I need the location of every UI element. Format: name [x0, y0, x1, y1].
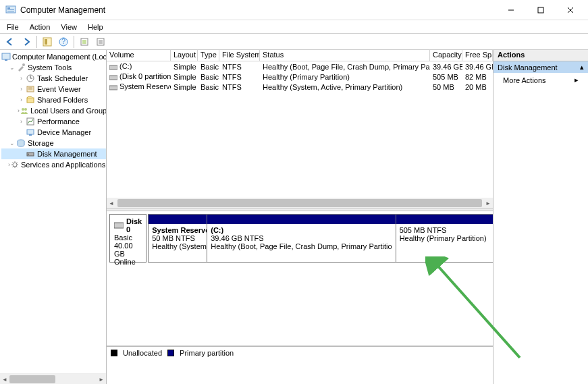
svg-rect-37 [109, 76, 117, 80]
tree-label: Computer Management (Local [12, 53, 106, 61]
disk-state: Online [114, 258, 142, 266]
expander-icon[interactable]: › [18, 118, 25, 126]
refresh-button[interactable] [77, 34, 92, 49]
toolbar-separator [36, 36, 37, 48]
volume-row[interactable]: (C:) Simple Basic NTFS Healthy (Boot, Pa… [107, 61, 493, 72]
expander-icon[interactable]: ⌄ [8, 64, 16, 72]
volume-type: Basic [198, 63, 219, 71]
actions-section[interactable]: Disk Management ▴ [493, 61, 588, 73]
scroll-left-icon[interactable]: ◄ [107, 198, 116, 209]
volume-free: 82 MB [462, 73, 493, 81]
disk-size: 40.00 GB [114, 242, 142, 258]
partition-box[interactable]: (C:) 39.46 GB NTFS Healthy (Boot, Page F… [207, 214, 396, 263]
svg-rect-5 [538, 7, 543, 13]
scroll-left-icon[interactable]: ◄ [0, 374, 9, 384]
volume-list[interactable]: (C:) Simple Basic NTFS Healthy (Boot, Pa… [107, 61, 493, 209]
submenu-icon: ▸ [574, 76, 579, 84]
col-status[interactable]: Status [260, 50, 430, 61]
tree-task-scheduler[interactable]: › Task Scheduler [1, 73, 106, 84]
collapse-icon: ▴ [580, 63, 584, 72]
col-volume[interactable]: Volume [107, 50, 171, 61]
menu-file[interactable]: File [1, 22, 24, 32]
col-free-space[interactable]: Free Spac [462, 50, 493, 61]
tree-root[interactable]: Computer Management (Local [1, 51, 106, 62]
partition-size: 50 MB NTFS [152, 234, 203, 242]
svg-rect-38 [109, 86, 117, 90]
scrollbar-thumb[interactable] [117, 199, 482, 207]
tree-horizontal-scrollbar[interactable]: ◄ ► [0, 373, 106, 384]
nav-back-button[interactable] [3, 34, 18, 49]
tree-device-manager[interactable]: Device Manager [1, 127, 106, 138]
tree-performance[interactable]: › Performance [1, 116, 106, 127]
tree-disk-management[interactable]: Disk Management [1, 148, 106, 159]
menu-help[interactable]: Help [82, 22, 109, 32]
expander-icon[interactable]: ⌄ [8, 140, 16, 147]
toolbar: ? [0, 34, 588, 50]
partition-name: System Reserved [152, 226, 203, 234]
tree-services-apps[interactable]: › Services and Applications [1, 159, 106, 170]
volume-fs: NTFS [219, 73, 260, 81]
volume-name: (C:) [119, 62, 132, 70]
volume-row[interactable]: System Reserved Simple Basic NTFS Health… [107, 82, 493, 92]
partition-size: 39.46 GB NTFS [211, 234, 392, 242]
expander-icon[interactable]: › [18, 75, 25, 82]
partition-status: Healthy (Primary Partition) [400, 234, 493, 242]
legend: Unallocated Primary partition [107, 346, 493, 358]
titlebar: Computer Management [0, 0, 588, 20]
show-hide-tree-button[interactable] [40, 34, 55, 49]
tree-pane: Computer Management (Local ⌄ System Tool… [0, 50, 107, 384]
menu-view[interactable]: View [55, 22, 82, 32]
svg-rect-2 [7, 9, 14, 10]
maximize-button[interactable] [526, 1, 556, 20]
expander-icon[interactable]: › [18, 86, 25, 93]
volume-row[interactable]: (Disk 0 partition 3) Simple Basic NTFS H… [107, 72, 493, 82]
svg-rect-17 [2, 53, 10, 59]
properties-button[interactable] [93, 34, 108, 49]
svg-rect-30 [27, 130, 34, 134]
window-title: Computer Management [20, 5, 496, 15]
console-tree[interactable]: Computer Management (Local ⌄ System Tool… [0, 50, 106, 373]
volume-free: 20 MB [462, 83, 493, 91]
col-capacity[interactable]: Capacity [430, 50, 462, 61]
help-button[interactable]: ? [56, 34, 71, 49]
scroll-right-icon[interactable]: ► [97, 374, 106, 384]
expander-icon[interactable]: › [18, 97, 25, 104]
tree-label: Event Viewer [37, 85, 81, 93]
partition-stripe [396, 215, 493, 224]
menu-action[interactable]: Action [24, 22, 56, 32]
volume-horizontal-scrollbar[interactable]: ◄ ► [107, 198, 493, 209]
actions-more[interactable]: More Actions ▸ [493, 73, 588, 87]
device-manager-icon [25, 127, 36, 138]
partition-status: Healthy (Boot, Page File, Crash Dump, Pr… [211, 242, 392, 250]
tree-storage[interactable]: ⌄ Storage [1, 138, 106, 148]
disk-label-box[interactable]: Disk 0 Basic 40.00 GB Online [109, 214, 146, 263]
partition-stripe [149, 215, 207, 224]
col-layout[interactable]: Layout [171, 50, 198, 61]
tree-shared-folders[interactable]: › Shared Folders [1, 94, 106, 105]
volume-name: System Reserved [119, 82, 171, 90]
volume-free: 39.46 GB [462, 63, 493, 71]
scrollbar-thumb[interactable] [9, 375, 55, 383]
users-icon [20, 105, 29, 116]
partition-box[interactable]: 505 MB NTFS Healthy (Primary Partition) [396, 214, 493, 263]
minimize-button[interactable] [496, 1, 526, 20]
close-button[interactable] [556, 1, 585, 20]
svg-text:?: ? [61, 37, 65, 45]
tree-event-viewer[interactable]: › Event Viewer [1, 84, 106, 94]
disk-row[interactable]: Disk 0 Basic 40.00 GB Online System Rese… [109, 214, 490, 263]
tree-local-users[interactable]: › Local Users and Groups [1, 105, 106, 116]
col-type[interactable]: Type [198, 50, 219, 61]
tree-label: Device Manager [37, 128, 91, 136]
svg-rect-31 [29, 134, 32, 136]
col-filesystem[interactable]: File System [219, 50, 260, 61]
partition-box[interactable]: System Reserved 50 MB NTFS Healthy (Syst… [148, 214, 207, 263]
window-controls [496, 1, 585, 20]
nav-forward-button[interactable] [19, 34, 34, 49]
volume-fs: NTFS [219, 63, 260, 71]
volume-list-header: Volume Layout Type File System Status Ca… [107, 50, 493, 61]
tree-label: Storage [28, 139, 54, 147]
volume-layout: Simple [171, 73, 198, 81]
scroll-right-icon[interactable]: ► [483, 198, 493, 209]
volume-fs: NTFS [219, 83, 260, 91]
tree-system-tools[interactable]: ⌄ System Tools [1, 62, 106, 73]
